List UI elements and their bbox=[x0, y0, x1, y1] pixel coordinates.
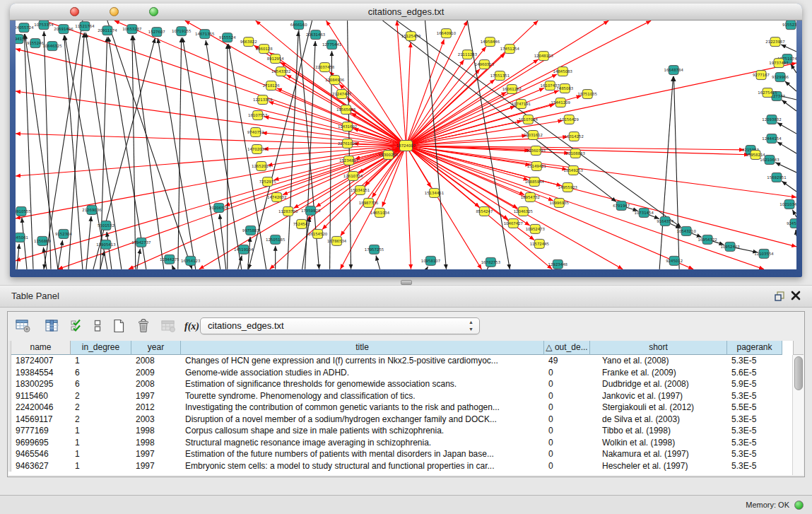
delete-column-icon[interactable] bbox=[134, 317, 153, 335]
network-node[interactable]: 1527607 bbox=[148, 28, 165, 37]
network-node[interactable]: 10467427 bbox=[504, 218, 523, 228]
network-node[interactable]: 15692951 bbox=[767, 173, 786, 182]
network-node[interactable]: 12652014 bbox=[252, 161, 271, 170]
network-node[interactable]: 10846325 bbox=[42, 42, 61, 51]
table-row[interactable]: 969969511998Structural magnetic resonanc… bbox=[8, 437, 804, 449]
network-node[interactable]: 10952473 bbox=[526, 224, 545, 233]
network-node[interactable]: 14671355 bbox=[195, 30, 214, 39]
network-node[interactable]: 10210345 bbox=[779, 199, 796, 209]
column-header-name[interactable]: name bbox=[11, 341, 71, 355]
network-node[interactable]: 17957255 bbox=[365, 245, 384, 254]
panel-divider-handle[interactable] bbox=[401, 280, 412, 285]
network-node[interactable]: 6466160 bbox=[290, 21, 308, 30]
network-node[interactable]: 17359928 bbox=[301, 206, 321, 215]
network-node[interactable]: 17551351 bbox=[490, 71, 510, 81]
network-node[interactable]: 15149421 bbox=[527, 161, 546, 170]
network-node[interactable]: 20631463 bbox=[306, 30, 325, 40]
column-header-pagerank[interactable]: pagerank bbox=[727, 341, 782, 355]
network-node[interactable]: 21111233 bbox=[458, 50, 477, 59]
network-node[interactable]: 13942737 bbox=[131, 238, 151, 247]
table-selector-dropdown[interactable]: citations_edges.txt ▲▼ bbox=[200, 317, 480, 334]
table-row[interactable]: 2242004622012Investigating the contribut… bbox=[8, 402, 804, 414]
network-node[interactable]: 16782753 bbox=[481, 257, 500, 267]
network-node[interactable]: 14651034 bbox=[370, 208, 390, 217]
network-node[interactable]: 10719155 bbox=[172, 27, 191, 36]
memory-ok-indicator-icon[interactable] bbox=[794, 501, 804, 510]
network-node[interactable]: 10653287 bbox=[122, 25, 141, 34]
column-header-out_degree[interactable]: △ out_de... bbox=[544, 341, 590, 355]
network-node[interactable]: 15125439 bbox=[401, 32, 421, 41]
table-row[interactable]: 1456911722003Disruption of a novel membe… bbox=[8, 414, 804, 426]
network-node[interactable]: 9155232 bbox=[782, 21, 796, 30]
network-node[interactable]: 16885944 bbox=[525, 177, 545, 186]
network-node[interactable]: 9975887 bbox=[242, 226, 259, 235]
table-row[interactable]: 946554611997Estimation of the future num… bbox=[8, 448, 804, 460]
network-node[interactable]: 16354123 bbox=[181, 256, 200, 265]
network-node[interactable]: 21269036 bbox=[82, 205, 102, 214]
function-builder-icon[interactable]: f(x) bbox=[182, 317, 201, 335]
table-row[interactable]: 1830029562008Estimation of significance … bbox=[8, 378, 804, 390]
vertical-scrollbar[interactable] bbox=[792, 355, 804, 475]
network-node[interactable]: 9155246 bbox=[27, 39, 45, 48]
network-node[interactable]: 9329966 bbox=[772, 73, 789, 82]
network-node[interactable]: 15134451 bbox=[425, 188, 444, 197]
network-node[interactable]: 20206576 bbox=[209, 203, 229, 212]
network-node[interactable]: 12505185 bbox=[266, 235, 285, 244]
network-node[interactable]: 10952463 bbox=[720, 242, 739, 251]
network-node[interactable]: 10753354 bbox=[34, 21, 54, 30]
network-node[interactable]: 14958446 bbox=[481, 37, 500, 47]
network-node[interactable]: 12444154 bbox=[762, 134, 782, 144]
network-node[interactable]: 24055724 bbox=[16, 23, 34, 33]
network-node[interactable]: 12775441 bbox=[322, 40, 341, 49]
network-node[interactable]: 16543332 bbox=[271, 67, 290, 76]
minimize-window-button[interactable] bbox=[110, 7, 119, 16]
network-node[interactable]: 9155524 bbox=[219, 33, 237, 42]
float-panel-icon[interactable] bbox=[774, 291, 787, 302]
network-view-canvas[interactable]: 1872400718300295240557241075335420691406… bbox=[16, 21, 796, 269]
network-node[interactable]: 8860128 bbox=[256, 45, 273, 54]
network-node[interactable]: 6791947 bbox=[613, 201, 630, 210]
network-node[interactable]: 12213369 bbox=[253, 95, 273, 105]
close-panel-icon[interactable] bbox=[791, 291, 804, 302]
network-node[interactable]: 16954322 bbox=[698, 235, 717, 244]
column-header-in_degree[interactable]: in_degree bbox=[71, 341, 131, 355]
network-node[interactable]: 20691406 bbox=[54, 25, 73, 34]
checkbox-list-icon[interactable] bbox=[88, 317, 107, 335]
network-node[interactable]: 16107044 bbox=[519, 115, 539, 124]
network-node[interactable]: 11283790 bbox=[278, 206, 298, 216]
network-node[interactable]: 9152304 bbox=[55, 229, 73, 238]
network-node[interactable]: 20911174 bbox=[98, 26, 117, 35]
network-node[interactable]: 9740752 bbox=[247, 128, 264, 137]
network-node[interactable]: 9245076 bbox=[787, 218, 796, 228]
table-row[interactable]: 911546021997Tourette syndrome. Phenomeno… bbox=[8, 390, 804, 402]
network-node[interactable]: 14955923 bbox=[558, 182, 577, 192]
network-node[interactable]: 14960313 bbox=[475, 60, 494, 69]
column-header-title[interactable]: title bbox=[181, 341, 544, 355]
table-mode-icon[interactable] bbox=[13, 317, 33, 335]
network-node[interactable]: 12046325 bbox=[514, 206, 533, 216]
network-node[interactable]: 18107553 bbox=[248, 111, 267, 120]
network-node[interactable]: 9663822 bbox=[240, 37, 257, 47]
network-node[interactable]: 7345061 bbox=[16, 233, 28, 242]
network-node[interactable]: 12923448 bbox=[548, 259, 568, 269]
table-row[interactable]: 946362711997Embryonic stem cells: a mode… bbox=[8, 460, 804, 472]
show-columns-icon[interactable] bbox=[42, 317, 61, 335]
column-header-year[interactable]: year bbox=[131, 341, 181, 355]
network-node[interactable]: 12048103 bbox=[534, 52, 553, 61]
network-node[interactable]: 12093832 bbox=[762, 115, 781, 124]
delete-table-icon[interactable] bbox=[158, 317, 178, 335]
network-node[interactable]: 10958107 bbox=[421, 256, 440, 265]
column-header-short[interactable]: short bbox=[590, 341, 727, 355]
network-node[interactable]: 18751035 bbox=[578, 90, 597, 99]
network-node[interactable]: 16314252 bbox=[565, 132, 584, 141]
table-row[interactable]: 1938455462009Genome-wide association stu… bbox=[8, 367, 804, 379]
zoom-window-button[interactable] bbox=[149, 7, 158, 16]
close-window-button[interactable] bbox=[70, 7, 79, 16]
network-node[interactable]: 16648784 bbox=[664, 66, 683, 75]
create-column-icon[interactable] bbox=[109, 317, 129, 335]
network-window-titlebar[interactable]: citations_edges.txt bbox=[10, 4, 802, 21]
network-node[interactable]: 11521764 bbox=[75, 22, 95, 31]
network-node[interactable]: 12103554 bbox=[754, 249, 774, 258]
network-node[interactable]: 17451254 bbox=[500, 45, 520, 54]
network-node[interactable]: 16640910 bbox=[437, 29, 457, 38]
